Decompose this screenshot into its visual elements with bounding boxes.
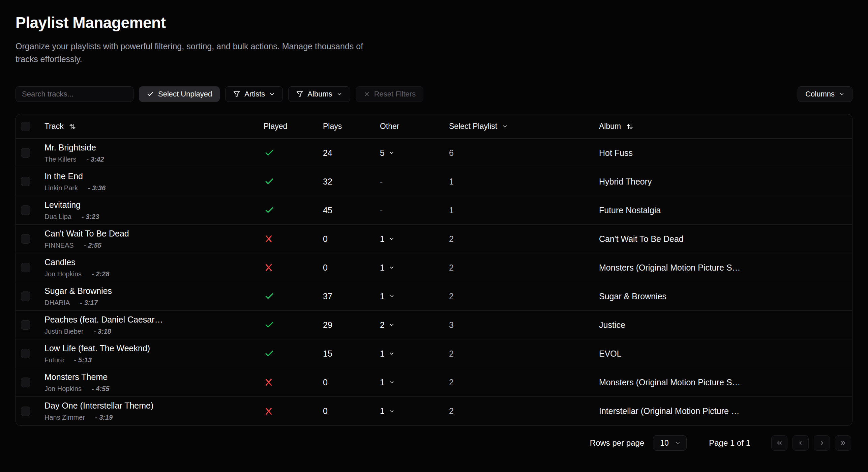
header-checkbox-cell — [16, 122, 38, 131]
chevron-left-icon — [797, 439, 804, 447]
select-all-checkbox[interactable] — [21, 122, 30, 131]
album-sort-button[interactable]: Album — [599, 122, 634, 131]
reset-filters-button[interactable]: Reset Filters — [356, 86, 423, 102]
plays-cell: 0 — [318, 378, 371, 387]
played-cell — [257, 291, 318, 301]
track-artist: Future — [44, 356, 64, 364]
track-artist: The Killers — [44, 156, 76, 163]
track-duration: - 3:23 — [82, 213, 99, 220]
track-subtitle: The Killers- 3:42 — [44, 156, 257, 163]
plays-cell: 24 — [318, 148, 371, 158]
other-value: 1 — [380, 349, 385, 359]
row-checkbox[interactable] — [21, 407, 30, 416]
row-checkbox[interactable] — [21, 205, 30, 215]
columns-button[interactable]: Columns — [798, 86, 852, 102]
select-unplayed-button[interactable]: Select Unplayed — [139, 86, 220, 102]
album-name: Can't Wait To Be Dead — [587, 234, 852, 244]
other-dropdown[interactable]: 2 — [380, 320, 395, 330]
track-cell: In the End Linkin Park- 3:36 — [38, 171, 257, 192]
row-checkbox[interactable] — [21, 234, 30, 244]
playlist-count: 2 — [449, 378, 454, 387]
album-name: Hybrid Theory — [587, 177, 852, 187]
row-checkbox-cell — [16, 148, 38, 158]
track-title: In the End — [44, 171, 257, 181]
row-checkbox[interactable] — [21, 148, 30, 158]
row-checkbox-cell — [16, 234, 38, 244]
chevron-down-icon — [336, 91, 342, 97]
plays-value: 0 — [323, 406, 328, 416]
previous-page-button[interactable] — [792, 435, 809, 451]
track-subtitle: Justin Bieber- 3:18 — [44, 328, 257, 335]
played-cell — [257, 176, 318, 187]
other-cell: 1 — [371, 234, 439, 244]
playlist-count: 2 — [449, 234, 454, 244]
played-cell — [257, 234, 318, 244]
plays-cell: 45 — [318, 205, 371, 215]
playlist-cell: 2 — [439, 234, 587, 244]
chevron-down-icon — [389, 408, 395, 414]
double-chevron-left-icon — [776, 439, 783, 447]
row-checkbox[interactable] — [21, 378, 30, 387]
select-playlist-dropdown[interactable]: Select Playlist — [449, 122, 508, 131]
select-unplayed-label: Select Unplayed — [158, 90, 212, 99]
funnel-icon — [296, 90, 303, 98]
other-dropdown[interactable]: 1 — [380, 234, 395, 244]
last-page-button[interactable] — [835, 435, 851, 451]
table-body: Mr. Brightside The Killers- 3:42 24 5 — [16, 139, 852, 425]
track-duration: - 2:55 — [84, 242, 101, 249]
page-info: Page 1 of 1 — [709, 438, 750, 448]
plays-cell: 37 — [318, 291, 371, 301]
playlist-cell: 3 — [439, 320, 587, 330]
album-name: Monsters (Original Motion Picture S… — [587, 378, 852, 387]
played-cell — [257, 205, 318, 215]
chevron-down-icon — [269, 91, 275, 97]
track-title: Peaches (feat. Daniel Caesar… — [44, 315, 257, 325]
next-page-button[interactable] — [814, 435, 830, 451]
other-value: 2 — [380, 320, 385, 330]
track-cell: Levitating Dua Lipa- 3:23 — [38, 200, 257, 221]
plays-value: 15 — [323, 349, 332, 358]
header-played-label: Played — [264, 122, 287, 131]
row-checkbox[interactable] — [21, 291, 30, 301]
header-select-playlist-label: Select Playlist — [449, 122, 497, 131]
row-checkbox[interactable] — [21, 263, 30, 272]
playlist-cell: 2 — [439, 378, 587, 387]
track-artist: Hans Zimmer — [44, 414, 85, 421]
playlist-count: 3 — [449, 320, 454, 330]
albums-filter-button[interactable]: Albums — [288, 86, 350, 102]
first-page-button[interactable] — [771, 435, 787, 451]
other-dropdown[interactable]: 1 — [380, 406, 395, 416]
page-subtitle: Organize your playlists with powerful fi… — [16, 40, 380, 65]
other-dropdown[interactable]: 1 — [380, 349, 395, 359]
other-cell: 1 — [371, 406, 439, 416]
other-dropdown[interactable]: 1 — [380, 263, 395, 273]
album-name: Sugar & Brownies — [587, 291, 852, 301]
plays-value: 24 — [323, 148, 332, 158]
album-name: Interstellar (Original Motion Picture … — [587, 406, 852, 416]
track-subtitle: Dua Lipa- 3:23 — [44, 213, 257, 221]
header-other-label: Other — [380, 122, 399, 131]
search-input[interactable] — [16, 86, 133, 102]
chevron-down-icon — [389, 265, 395, 271]
row-checkbox[interactable] — [21, 349, 30, 358]
other-dropdown[interactable]: 5 — [380, 148, 395, 158]
played-cell — [257, 148, 318, 158]
artists-filter-button[interactable]: Artists — [225, 86, 283, 102]
row-checkbox[interactable] — [21, 320, 30, 330]
track-sort-button[interactable]: Track — [44, 122, 77, 131]
other-dropdown[interactable]: 1 — [380, 378, 395, 387]
row-checkbox[interactable] — [21, 177, 30, 186]
played-cell — [257, 320, 318, 330]
other-cell: 2 — [371, 320, 439, 330]
check-icon — [147, 90, 154, 98]
track-subtitle: Hans Zimmer- 3:19 — [44, 414, 257, 421]
rows-per-page-select[interactable]: 10 — [653, 435, 687, 451]
plays-value: 45 — [323, 205, 332, 215]
other-cell: - — [371, 205, 439, 215]
other-dropdown[interactable]: 1 — [380, 291, 395, 301]
x-icon — [363, 91, 370, 98]
double-chevron-right-icon — [839, 439, 847, 447]
row-checkbox-cell — [16, 320, 38, 330]
albums-filter-label: Albums — [307, 90, 332, 99]
track-cell: Candles Jon Hopkins- 2:28 — [38, 257, 257, 278]
